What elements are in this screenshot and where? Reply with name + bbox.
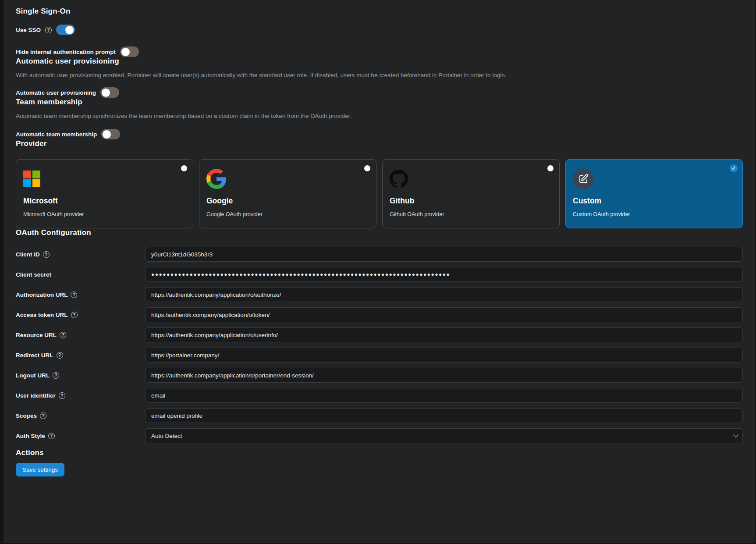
client-secret-label: Client secret [16, 271, 51, 278]
provider-card-custom[interactable]: ✓ Custom Custom OAuth provider [565, 159, 743, 228]
actions-section-title: Actions [16, 448, 743, 457]
access-token-url-label: Access token URL [16, 312, 68, 318]
provider-card-description: Microsoft OAuth provider [23, 211, 186, 217]
oauth-section-title: OAuth Configuration [16, 228, 743, 237]
save-settings-button[interactable]: Save settings [16, 463, 64, 476]
user-identifier-input[interactable] [145, 388, 743, 403]
logout-url-help-icon[interactable]: ? [53, 372, 59, 379]
redirect-url-help-icon[interactable]: ? [57, 352, 63, 359]
auto-team-membership-toggle[interactable] [101, 129, 120, 139]
scopes-input[interactable] [145, 408, 743, 423]
authorization-url-row: Authorization URL ? [16, 287, 743, 302]
authorization-url-input[interactable] [145, 287, 743, 302]
access-token-url-input[interactable] [145, 307, 743, 322]
auto-team-membership-label: Automatic team membership [16, 131, 97, 138]
provider-card-description: Github OAuth provider [390, 211, 552, 217]
toggle-knob [65, 26, 74, 34]
client-secret-row: Client secret [16, 267, 743, 282]
logout-url-label: Logout URL [16, 372, 50, 379]
provider-card-title: Google [206, 196, 369, 206]
radio-unselected-icon[interactable] [547, 165, 554, 171]
client-id-label: Client ID [16, 251, 40, 258]
provisioning-description: With automatic user provisioning enabled… [16, 72, 743, 78]
client-id-help-icon[interactable]: ? [43, 251, 50, 258]
authorization-url-help-icon[interactable]: ? [71, 292, 77, 298]
auto-team-membership-row: Automatic team membership [16, 129, 743, 139]
auto-provisioning-label: Automatic user provisioning [16, 89, 96, 96]
resource-url-row: Resource URL ? [16, 327, 743, 342]
radio-unselected-icon[interactable] [364, 165, 370, 171]
scopes-help-icon[interactable]: ? [40, 412, 46, 419]
microsoft-logo-icon [23, 168, 186, 189]
redirect-url-input[interactable] [145, 348, 743, 363]
auth-style-label: Auth Style [16, 433, 45, 439]
use-sso-row: Use SSO ? [16, 25, 743, 35]
access-token-url-row: Access token URL ? [16, 307, 743, 322]
provisioning-section-title: Automatic user provisioning [16, 57, 743, 66]
hide-internal-auth-toggle[interactable] [120, 46, 139, 57]
provider-card-title: Microsoft [23, 196, 186, 206]
radio-unselected-icon[interactable] [181, 165, 187, 171]
client-id-input[interactable] [145, 247, 743, 262]
scopes-label: Scopes [16, 412, 37, 419]
provider-cards: Microsoft Microsoft OAuth provider Googl… [16, 159, 743, 228]
hide-internal-auth-label: Hide internal authentication prompt [16, 49, 116, 55]
use-sso-label: Use SSO [16, 27, 41, 33]
user-identifier-label: User identifier [16, 392, 56, 399]
client-id-row: Client ID ? [16, 247, 743, 262]
provider-card-title: Github [390, 196, 552, 206]
provider-card-google[interactable]: Google Google OAuth provider [199, 159, 376, 228]
resource-url-help-icon[interactable]: ? [60, 332, 66, 338]
provider-card-github[interactable]: Github Github OAuth provider [382, 159, 560, 228]
user-identifier-help-icon[interactable]: ? [59, 392, 65, 399]
check-selected-icon: ✓ [730, 164, 738, 172]
authorization-url-label: Authorization URL [16, 292, 67, 298]
use-sso-toggle[interactable] [56, 25, 75, 35]
auth-style-help-icon[interactable]: ? [48, 433, 55, 439]
team-membership-section-title: Team membership [16, 98, 743, 107]
auth-style-row: Auth Style ? Auto Detect [16, 428, 743, 443]
team-membership-description: Automatic team membership synchronizes t… [16, 113, 743, 119]
github-logo-icon [390, 168, 552, 189]
toggle-knob [102, 89, 110, 97]
client-secret-input[interactable] [145, 267, 743, 282]
scopes-row: Scopes ? [16, 408, 743, 423]
sso-section-title: Single Sign-On [16, 7, 743, 16]
logout-url-input[interactable] [145, 368, 743, 383]
edit-icon [573, 168, 735, 189]
resource-url-input[interactable] [145, 327, 743, 342]
auth-style-select[interactable]: Auto Detect [145, 428, 743, 443]
toggle-knob [103, 130, 111, 139]
provider-card-description: Custom OAuth provider [573, 211, 735, 217]
google-logo-icon [206, 168, 369, 189]
provider-section-title: Provider [16, 139, 743, 148]
redirect-url-label: Redirect URL [16, 352, 53, 359]
redirect-url-row: Redirect URL ? [16, 348, 743, 363]
access-token-url-help-icon[interactable]: ? [71, 312, 78, 318]
oauth-form: Client ID ? Client secret Authorization … [16, 247, 743, 443]
toggle-knob [121, 48, 130, 56]
hide-internal-auth-row: Hide internal authentication prompt [16, 46, 743, 57]
oauth-settings-panel: Single Sign-On Use SSO ? Hide internal a… [4, 0, 756, 543]
user-identifier-row: User identifier ? [16, 388, 743, 403]
auto-provisioning-row: Automatic user provisioning [16, 87, 743, 98]
provider-card-microsoft[interactable]: Microsoft Microsoft OAuth provider [16, 159, 193, 228]
auto-provisioning-toggle[interactable] [100, 87, 119, 98]
provider-card-title: Custom [573, 196, 735, 206]
provider-card-description: Google OAuth provider [206, 211, 369, 217]
use-sso-help-icon[interactable]: ? [45, 27, 52, 33]
logout-url-row: Logout URL ? [16, 368, 743, 383]
resource-url-label: Resource URL [16, 332, 57, 338]
